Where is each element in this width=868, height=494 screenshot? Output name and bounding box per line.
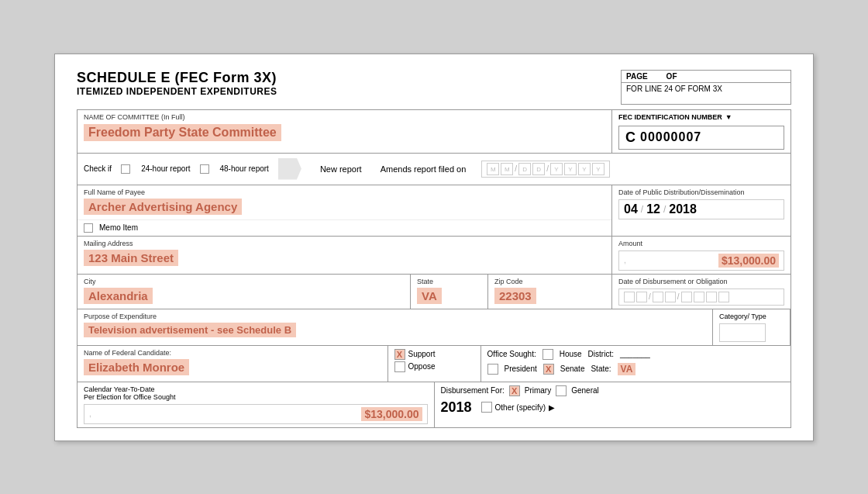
other-checkbox[interactable] bbox=[481, 402, 492, 413]
city-value: Alexandria bbox=[84, 288, 153, 304]
form-container: SCHEDULE E (FEC Form 3X) ITEMIZED INDEPE… bbox=[54, 54, 814, 441]
amount-box: , $13,000.00 bbox=[618, 250, 784, 271]
city-right: Date of Disbursement or Obligation / / bbox=[612, 275, 790, 309]
fec-id-label: FEC IDENTIFICATION NUMBER ▼ bbox=[618, 113, 784, 121]
page-label: PAGE bbox=[626, 72, 648, 81]
candidate-label: Name of Federal Candidate: bbox=[84, 349, 381, 357]
city-label: City bbox=[84, 278, 404, 285]
oppose-checkbox[interactable] bbox=[394, 361, 405, 372]
disb-dd1 bbox=[653, 292, 663, 302]
new-report-label: New report bbox=[320, 164, 362, 174]
disb-yy1 bbox=[681, 292, 692, 302]
date-pub-value: 04 / 12 / 2018 bbox=[618, 199, 784, 219]
zip-section: Zip Code 22303 bbox=[488, 275, 612, 309]
disbursement-date-box: / / bbox=[618, 288, 784, 306]
hour24-label: 24-hour report bbox=[141, 164, 190, 173]
check-if-label: Check if bbox=[84, 164, 112, 173]
support-label: Support bbox=[408, 350, 436, 358]
fec-id-number: 00000007 bbox=[640, 130, 701, 144]
hour24-checkbox[interactable] bbox=[121, 164, 130, 174]
row-candidate: Name of Federal Candidate: Elizabeth Mon… bbox=[78, 346, 790, 382]
district-value: _______ bbox=[620, 350, 650, 358]
payee-right: Date of Public Distribution/Disseminatio… bbox=[612, 185, 790, 236]
house-checkbox[interactable] bbox=[542, 349, 553, 360]
form-subtitle: ITEMIZED INDEPENDENT EXPENDITURES bbox=[77, 86, 277, 97]
other-row: 2018 Other (specify) ▶ bbox=[441, 399, 785, 416]
row-city: City Alexandria State VA Zip Code 22303 … bbox=[78, 275, 790, 309]
section-committee: NAME OF COMMITTEE (In Full) Freedom Part… bbox=[77, 109, 791, 154]
zip-value: 22303 bbox=[494, 288, 536, 304]
disb-mm2 bbox=[636, 292, 647, 302]
oppose-row: Oppose bbox=[394, 361, 474, 372]
arrow-icon bbox=[278, 158, 301, 180]
calendar-value: $13,000.00 bbox=[361, 407, 422, 421]
office-label: Office Sought: bbox=[487, 350, 536, 358]
state-label: State bbox=[417, 278, 481, 285]
calendar-amount-box: , $13,000.00 bbox=[84, 404, 428, 424]
committee-value: Freedom Party State Committee bbox=[84, 124, 281, 141]
state-value: VA bbox=[417, 288, 442, 304]
hour48-checkbox[interactable] bbox=[200, 164, 209, 174]
amends-date-box: M M / D D / Y Y Y Y bbox=[481, 161, 610, 178]
year-badge: 2018 bbox=[441, 399, 472, 416]
mm1: M bbox=[487, 163, 499, 175]
row-payee: Full Name of Payee Archer Advertising Ag… bbox=[78, 185, 790, 237]
primary-label: Primary bbox=[525, 386, 551, 395]
fec-id-value: C 00000007 bbox=[618, 126, 784, 150]
address-value: 123 Main Street bbox=[84, 250, 178, 266]
house-label: House bbox=[560, 350, 582, 358]
memo-checkbox[interactable] bbox=[84, 223, 93, 233]
disbursement-for-row: Disbursement For: X Primary General bbox=[441, 385, 785, 396]
president-checkbox[interactable] bbox=[487, 364, 498, 375]
address-right: Amount , $13,000.00 bbox=[612, 237, 790, 274]
row-address: Mailing Address 123 Main Street Amount ,… bbox=[78, 237, 790, 275]
calendar-right: Disbursement For: X Primary General 2018… bbox=[435, 382, 791, 427]
disb-yy2 bbox=[694, 292, 704, 302]
category-box bbox=[719, 323, 766, 342]
fec-id-prefix: C bbox=[625, 130, 636, 146]
date-pub-month: 04 bbox=[624, 202, 638, 216]
candidate-left: Name of Federal Candidate: Elizabeth Mon… bbox=[78, 346, 388, 382]
cal-dots: , bbox=[89, 409, 93, 418]
state-value-office: VA bbox=[618, 363, 636, 375]
disb-dd2 bbox=[665, 292, 676, 302]
general-label: General bbox=[571, 386, 599, 395]
category-section: Category/ Type bbox=[713, 309, 790, 345]
amount-dots: , bbox=[624, 256, 628, 264]
fec-id-right: FEC IDENTIFICATION NUMBER ▼ C 00000007 bbox=[612, 110, 790, 153]
yy2: Y bbox=[564, 163, 577, 175]
dd1: D bbox=[518, 163, 531, 175]
committee-label: NAME OF COMMITTEE (In Full) bbox=[84, 113, 605, 121]
calendar-left: Calendar Year-To-Date Per Election for O… bbox=[78, 382, 435, 427]
memo-label: Memo Item bbox=[99, 223, 138, 232]
general-checkbox[interactable] bbox=[556, 385, 567, 396]
mm2: M bbox=[501, 163, 513, 175]
disb-yy3 bbox=[706, 292, 717, 302]
office-second-row: President X Senate State: VA bbox=[487, 363, 785, 375]
primary-checkbox[interactable]: X bbox=[509, 385, 520, 396]
other-label: Other (specify) bbox=[495, 403, 546, 412]
candidate-value: Elizabeth Monroe bbox=[84, 359, 189, 375]
payee-value: Archer Advertising Agency bbox=[84, 199, 242, 215]
for-line: FOR LINE 24 OF FORM 3X bbox=[622, 83, 790, 95]
top-row: SCHEDULE E (FEC Form 3X) ITEMIZED INDEPE… bbox=[77, 70, 791, 105]
check-if-row: Check if 24-hour report 48-hour report N… bbox=[77, 154, 791, 185]
senate-checkbox[interactable]: X bbox=[543, 364, 554, 375]
address-left: Mailing Address 123 Main Street bbox=[78, 237, 612, 274]
page-of-block: PAGE OF FOR LINE 24 OF FORM 3X bbox=[621, 70, 791, 105]
category-label: Category/ Type bbox=[719, 313, 784, 320]
disbursement-date-label: Date of Disbursement or Obligation bbox=[618, 278, 784, 285]
senate-label: Senate bbox=[560, 364, 585, 373]
yy1: Y bbox=[550, 163, 563, 175]
state-section: State VA bbox=[411, 275, 488, 309]
date-pub-day: 12 bbox=[646, 202, 660, 216]
date-pub-year: 2018 bbox=[669, 202, 697, 216]
purpose-label: Purpose of Expenditure bbox=[84, 313, 706, 320]
amount-label: Amount bbox=[618, 240, 784, 247]
office-first-row: Office Sought: House District: _______ bbox=[487, 349, 785, 360]
support-checkbox[interactable]: X bbox=[394, 349, 405, 360]
purpose-value: Television advertisement - see Schedule … bbox=[84, 323, 296, 337]
date-pub-label: Date of Public Distribution/Disseminatio… bbox=[618, 188, 784, 196]
dd2: D bbox=[532, 163, 545, 175]
payee-name-section: Full Name of Payee Archer Advertising Ag… bbox=[78, 185, 611, 219]
